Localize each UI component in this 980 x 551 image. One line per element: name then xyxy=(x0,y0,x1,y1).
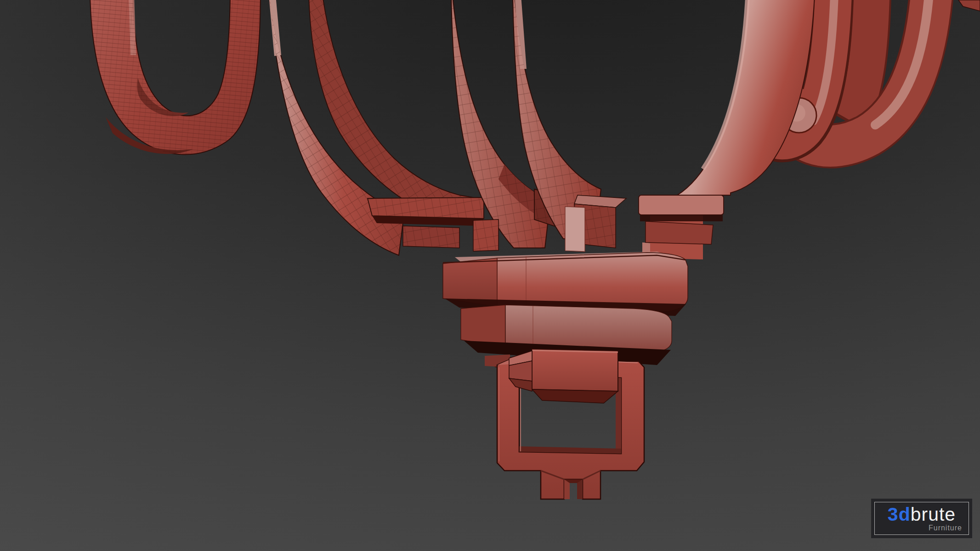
model-render xyxy=(0,0,980,551)
render-viewport: 3dbrute Furniture xyxy=(0,0,980,551)
watermark-frame: 3dbrute Furniture xyxy=(874,502,969,535)
hub-tier-1 xyxy=(443,252,688,316)
watermark-tagline: Furniture xyxy=(929,524,962,532)
hub-tier-2-left-face xyxy=(461,305,505,347)
watermark-brand: 3dbrute xyxy=(888,505,956,523)
hanger-block-front xyxy=(532,349,618,391)
smooth-arm-hook-bar xyxy=(639,195,724,215)
watermark-badge: 3dbrute Furniture xyxy=(871,499,972,538)
watermark-brand-brute: brute xyxy=(911,504,956,525)
watermark-brand-3d: 3d xyxy=(888,504,911,525)
